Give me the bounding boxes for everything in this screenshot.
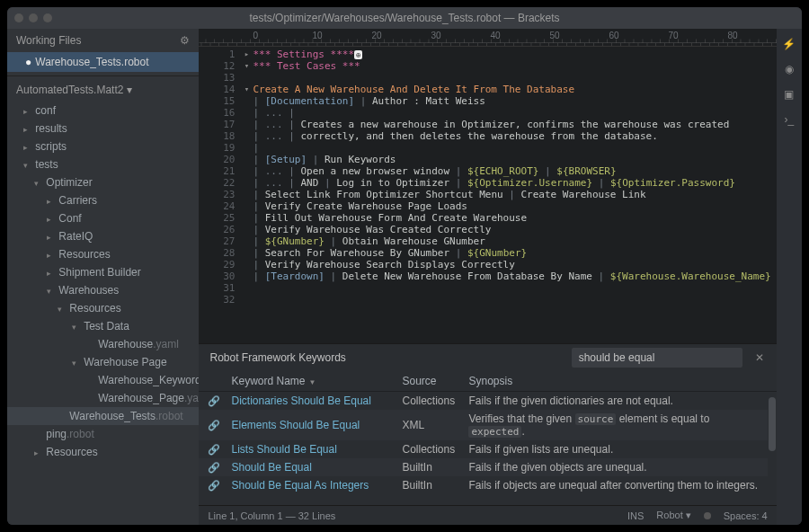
language-mode[interactable]: Robot ▾	[656, 510, 690, 521]
code-line[interactable]	[253, 282, 770, 294]
tree-item-label: Resources	[69, 302, 120, 315]
right-toolbar: ⚡ ◉ ▣ ›_	[777, 29, 802, 525]
keyword-name-link[interactable]: Elements Should Be Equal	[231, 419, 360, 431]
code-line[interactable]: | ... | correctly, and then deletes the …	[253, 130, 770, 142]
keyword-row[interactable]: 🔗Should Be Equal As IntegersBuiltInFails…	[199, 476, 776, 494]
live-preview-icon[interactable]: ⚡	[781, 36, 797, 52]
tree-item[interactable]: ▸ Resources	[7, 245, 199, 263]
tree-item-label: Shipment Builder	[58, 266, 140, 279]
keyword-row[interactable]: 🔗Dictionaries Should Be EqualCollections…	[199, 392, 776, 410]
tree-item-label: Carriers	[58, 194, 97, 207]
tree-item[interactable]: ▸ conf	[7, 102, 199, 120]
close-icon[interactable]: ✕	[750, 351, 769, 364]
extensions-icon[interactable]: ◉	[781, 61, 797, 77]
tree-item[interactable]: ▸ RateIQ	[7, 227, 199, 245]
code-line[interactable]: *** Settings ****⊕	[253, 49, 770, 60]
keyword-name-link[interactable]: Lists Should Be Equal	[231, 443, 336, 456]
code-line[interactable]: | [Setup] | Run Keywords	[253, 154, 770, 165]
keyword-source: Collections	[402, 395, 468, 407]
ruler: ┬┴┬┴┬┴┬┴┬┴┬┴┬┴┬┴┬┴┬┴┬┴┬┴┬┴┬┴┬┴┬┴┬┴┬┴┬┴┬┴…	[199, 29, 776, 47]
chevron-icon: ▸	[23, 143, 32, 152]
file-ext: .yaml	[184, 392, 200, 404]
code-line[interactable]: | Verify Warehouse Was Created Correctly	[253, 224, 770, 235]
scrollbar-vertical[interactable]	[768, 396, 777, 505]
maximize-icon[interactable]	[43, 13, 52, 22]
code-line[interactable]: | Search For Warehouse By GNumber | ${GN…	[253, 247, 770, 259]
working-file-name: Warehouse_Tests.robot	[35, 56, 148, 68]
keyword-row[interactable]: 🔗Should Be EqualBuiltInFails if the give…	[199, 458, 776, 476]
tree-item[interactable]: Warehouse_Keywords.ro	[7, 371, 199, 389]
chevron-icon: ▸	[23, 107, 32, 116]
chevron-icon: ▾	[34, 179, 43, 188]
code-editor[interactable]: 1121314151617181920212223242526272829303…	[199, 47, 776, 343]
keyword-name-link[interactable]: Should Be Equal As Integers	[231, 479, 369, 492]
code-line[interactable]	[253, 72, 770, 84]
scrollbar-thumb[interactable]	[769, 397, 776, 451]
code-line[interactable]: | Fill Out Warehouse Form And Create War…	[253, 212, 770, 224]
code-line[interactable]	[253, 294, 770, 306]
keyword-search-input[interactable]	[572, 348, 742, 368]
tree-item[interactable]: ▾ Test Data	[7, 317, 199, 335]
keyword-name-link[interactable]: Dictionaries Should Be Equal	[231, 395, 370, 407]
project-name: AutomatedTests.Matt2	[16, 84, 123, 96]
insert-mode[interactable]: INS	[627, 510, 644, 521]
keyword-row[interactable]: 🔗Lists Should Be EqualCollectionsFails i…	[199, 440, 776, 458]
line-number: 26	[199, 224, 235, 235]
tree-item[interactable]: ▾ tests	[7, 155, 199, 173]
tree-item[interactable]: ping.robot	[7, 425, 199, 443]
minimize-icon[interactable]	[29, 13, 38, 22]
ruler-tick: 30	[431, 31, 440, 40]
keyword-row[interactable]: 🔗Elements Should Be EqualXMLVerifies tha…	[199, 410, 776, 440]
terminal-icon[interactable]: ›_	[781, 111, 797, 128]
tree-item[interactable]: ▾ Resources	[7, 299, 199, 317]
chevron-icon: ▸	[47, 197, 56, 206]
tree-item[interactable]: Warehouse_Tests.robot	[7, 407, 199, 425]
tree-item[interactable]: ▸ Resources	[7, 443, 199, 461]
tree-item[interactable]: Warehouse.yaml	[7, 335, 199, 353]
code-line[interactable]: Create A New Warehouse And Delete It Fro…	[253, 84, 770, 95]
code-line[interactable]: | Verify Warehouse Search Displays Corre…	[253, 259, 770, 270]
code-line[interactable]: | ... | Creates a new warehouse in Optim…	[253, 119, 770, 130]
line-number: 32	[199, 294, 235, 306]
tree-item[interactable]: ▾ Warehouses	[7, 281, 199, 299]
col-source[interactable]: Source	[402, 375, 468, 387]
keyword-panel-title: Robot Framework Keywords	[209, 351, 345, 364]
code-line[interactable]: | ... |	[253, 107, 770, 119]
fold-toggle-icon[interactable]: ▾	[240, 84, 253, 95]
keyword-name-link[interactable]: Should Be Equal	[231, 461, 311, 474]
sidebar: Working Files ⚙ ●Warehouse_Tests.robot A…	[7, 29, 199, 525]
close-icon[interactable]	[14, 13, 23, 22]
tree-item[interactable]: ▸ Shipment Builder	[7, 263, 199, 281]
tree-item[interactable]: Warehouse_Page.yaml	[7, 389, 199, 407]
code-line[interactable]: |	[253, 142, 770, 154]
working-file-item[interactable]: ●Warehouse_Tests.robot	[7, 52, 199, 72]
tree-item[interactable]: ▾ Optimizer	[7, 173, 199, 191]
project-header[interactable]: AutomatedTests.Matt2 ▾	[7, 75, 199, 102]
link-icon: 🔗	[208, 420, 220, 430]
indent-setting[interactable]: Spaces: 4	[724, 510, 768, 521]
code-line[interactable]: *** Test Cases ***	[253, 60, 770, 72]
fold-toggle-icon[interactable]: ▸	[240, 49, 253, 60]
code-line[interactable]: | Select Link From Optimizer Shortcut Me…	[253, 189, 770, 200]
col-keyword-name[interactable]: Keyword Name▼	[231, 375, 402, 387]
tree-item[interactable]: ▸ scripts	[7, 137, 199, 155]
tree-item[interactable]: ▸ results	[7, 120, 199, 137]
code-line[interactable]: | Verify Create Warehouse Page Loads	[253, 200, 770, 212]
window-controls	[14, 13, 52, 22]
code-content[interactable]: *** Settings ****⊕*** Test Cases ***Crea…	[253, 47, 776, 343]
chevron-icon: ▸	[23, 125, 32, 134]
tree-item[interactable]: ▸ Carriers	[7, 191, 199, 209]
code-line[interactable]: | ... | AND | Log in to Optimizer | ${Op…	[253, 177, 770, 189]
gear-icon[interactable]: ⚙	[180, 34, 190, 47]
code-line[interactable]: | [Teardown] | Delete New Warehouse From…	[253, 270, 770, 282]
tree-item[interactable]: ▸ Conf	[7, 209, 199, 227]
tree-item-label: Warehouse	[98, 338, 153, 350]
code-line[interactable]: | ${GNumber} | Obtain Warehouse GNumber	[253, 235, 770, 247]
code-line[interactable]: | ... | Open a new browser window | ${EC…	[253, 165, 770, 177]
tree-item[interactable]: ▾ Warehouse Page	[7, 353, 199, 371]
col-synopsis[interactable]: Synopsis	[468, 375, 767, 387]
code-line[interactable]: | [Documentation] | Author : Matt Weiss	[253, 95, 770, 107]
folder-icon[interactable]: ▣	[781, 86, 797, 102]
chevron-icon: ▾	[58, 305, 67, 314]
fold-toggle-icon[interactable]: ▾	[240, 60, 253, 72]
